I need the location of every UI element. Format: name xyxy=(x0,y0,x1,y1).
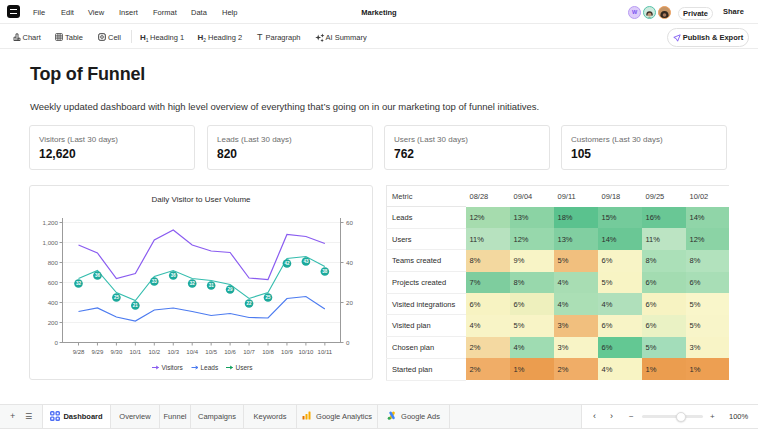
svg-text:40: 40 xyxy=(346,259,353,266)
svg-text:29: 29 xyxy=(228,287,234,292)
svg-text:10/10: 10/10 xyxy=(298,349,314,355)
svg-text:33: 33 xyxy=(152,279,158,284)
svg-text:10/4: 10/4 xyxy=(186,349,198,355)
svg-text:10/9: 10/9 xyxy=(281,349,293,355)
svg-text:31: 31 xyxy=(209,283,215,288)
svg-text:1,000: 1,000 xyxy=(43,239,59,246)
svg-text:10/8: 10/8 xyxy=(262,349,274,355)
svg-text:0: 0 xyxy=(346,339,350,346)
svg-text:9/29: 9/29 xyxy=(92,349,104,355)
svg-text:9/30: 9/30 xyxy=(111,349,123,355)
svg-text:Leads: Leads xyxy=(201,364,219,371)
svg-text:10/11: 10/11 xyxy=(318,349,333,355)
svg-text:10/1: 10/1 xyxy=(130,349,142,355)
svg-text:10/2: 10/2 xyxy=(148,349,160,355)
svg-text:0: 0 xyxy=(55,339,59,346)
svg-text:25: 25 xyxy=(114,295,120,300)
svg-text:600: 600 xyxy=(48,279,59,286)
svg-text:200: 200 xyxy=(48,319,59,326)
svg-text:43: 43 xyxy=(303,259,309,264)
svg-text:10/5: 10/5 xyxy=(205,349,217,355)
svg-text:1,200: 1,200 xyxy=(43,219,59,226)
svg-text:21: 21 xyxy=(133,303,139,308)
svg-text:36: 36 xyxy=(171,273,177,278)
svg-text:800: 800 xyxy=(48,259,59,266)
svg-text:10/3: 10/3 xyxy=(167,349,179,355)
svg-text:20: 20 xyxy=(346,299,353,306)
svg-text:36: 36 xyxy=(95,273,101,278)
svg-text:9/28: 9/28 xyxy=(73,349,85,355)
svg-text:42: 42 xyxy=(284,261,290,266)
svg-text:22: 22 xyxy=(247,301,253,306)
svg-text:Daily Visitor to User Volume: Daily Visitor to User Volume xyxy=(152,195,252,204)
svg-text:60: 60 xyxy=(346,219,353,226)
svg-text:32: 32 xyxy=(190,281,196,286)
svg-text:32: 32 xyxy=(76,281,82,286)
svg-text:38: 38 xyxy=(322,269,328,274)
svg-text:Visitors: Visitors xyxy=(162,364,184,371)
svg-text:400: 400 xyxy=(48,299,59,306)
svg-text:10/6: 10/6 xyxy=(224,349,236,355)
svg-text:25: 25 xyxy=(265,295,271,300)
svg-text:10/7: 10/7 xyxy=(243,349,255,355)
svg-text:Users: Users xyxy=(236,364,254,371)
